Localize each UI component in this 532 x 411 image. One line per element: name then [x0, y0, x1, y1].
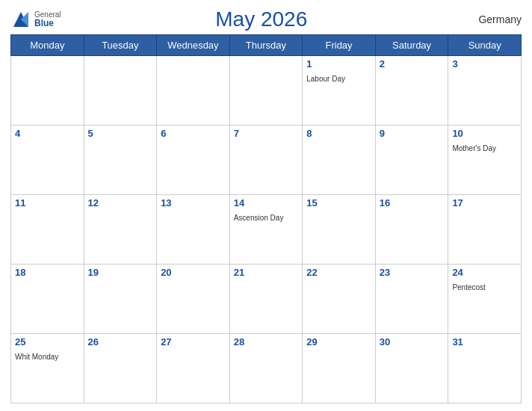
header-sunday: Sunday — [448, 35, 522, 56]
calendar-week-row: 1Labour Day23 — [11, 56, 522, 126]
day-number: 10 — [452, 128, 517, 139]
day-number: 5 — [88, 128, 153, 139]
day-number: 18 — [15, 267, 80, 278]
header-saturday: Saturday — [375, 35, 448, 56]
day-number: 16 — [380, 197, 445, 208]
calendar-title: May 2026 — [61, 7, 462, 31]
day-number: 19 — [88, 267, 153, 278]
day-number: 2 — [380, 58, 445, 69]
day-number: 25 — [15, 336, 80, 347]
calendar-cell: 29 — [303, 334, 376, 404]
day-number: 7 — [234, 128, 299, 139]
day-number: 1 — [306, 58, 371, 69]
day-number: 28 — [234, 336, 299, 347]
day-number: 3 — [452, 58, 517, 69]
calendar-cell: 14Ascension Day — [229, 195, 303, 265]
calendar-cell: 30 — [375, 334, 448, 404]
header-thursday: Thursday — [229, 35, 303, 56]
calendar-cell: 2 — [375, 56, 448, 126]
day-number: 14 — [234, 197, 299, 208]
day-number: 20 — [161, 267, 226, 278]
calendar-cell: 31 — [448, 334, 522, 404]
day-number: 24 — [452, 267, 517, 278]
calendar-week-row: 11121314Ascension Day151617 — [11, 195, 522, 265]
day-number: 8 — [306, 128, 371, 139]
calendar-cell — [157, 56, 230, 126]
holiday-label: Labour Day — [306, 75, 345, 83]
calendar-week-row: 18192021222324Pentecost — [11, 265, 522, 334]
day-number: 9 — [380, 128, 445, 139]
calendar-cell: 15 — [303, 195, 376, 265]
header-wednesday: Wednesday — [157, 35, 230, 56]
calendar-cell: 28 — [229, 334, 303, 404]
day-number: 17 — [452, 197, 517, 208]
calendar-cell: 11 — [11, 195, 84, 265]
logo-blue-label: Blue — [34, 19, 61, 28]
day-number: 11 — [15, 197, 80, 208]
calendar-cell: 24Pentecost — [448, 265, 522, 334]
day-number: 15 — [306, 197, 371, 208]
holiday-label: Pentecost — [452, 283, 485, 291]
day-number: 27 — [161, 336, 226, 347]
calendar-cell: 5 — [84, 126, 157, 195]
calendar-cell: 19 — [84, 265, 157, 334]
calendar-cell: 18 — [11, 265, 84, 334]
day-number: 22 — [306, 267, 371, 278]
calendar-cell: 26 — [84, 334, 157, 404]
country-label: Germany — [462, 13, 522, 25]
day-number: 13 — [161, 197, 226, 208]
calendar-cell: 21 — [229, 265, 303, 334]
calendar-cell: 4 — [11, 126, 84, 195]
calendar-cell: 25Whit Monday — [11, 334, 84, 404]
page: General Blue May 2026 Germany Monday Tue… — [0, 0, 532, 411]
calendar-cell: 10Mother's Day — [448, 126, 522, 195]
header-monday: Monday — [11, 35, 84, 56]
calendar-week-row: 25Whit Monday262728293031 — [11, 334, 522, 404]
calendar-cell: 1Labour Day — [303, 56, 376, 126]
calendar-cell: 3 — [448, 56, 522, 126]
calendar-cell — [229, 56, 303, 126]
day-number: 12 — [88, 197, 153, 208]
day-number: 6 — [161, 128, 226, 139]
day-number: 30 — [380, 336, 445, 347]
calendar-table: Monday Tuesday Wednesday Thursday Friday… — [10, 34, 522, 404]
day-number: 26 — [88, 336, 153, 347]
calendar-cell: 6 — [157, 126, 230, 195]
day-number: 4 — [15, 128, 80, 139]
header-friday: Friday — [303, 35, 376, 56]
logo-icon — [10, 9, 31, 30]
logo: General Blue — [10, 9, 61, 30]
calendar-cell: 27 — [157, 334, 230, 404]
day-number: 29 — [306, 336, 371, 347]
calendar-cell: 12 — [84, 195, 157, 265]
holiday-label: Mother's Day — [452, 144, 496, 152]
day-number: 21 — [234, 267, 299, 278]
day-number: 31 — [452, 336, 517, 347]
weekday-header-row: Monday Tuesday Wednesday Thursday Friday… — [11, 35, 522, 56]
top-bar: General Blue May 2026 Germany — [10, 7, 522, 31]
calendar-cell — [84, 56, 157, 126]
calendar-cell: 9 — [375, 126, 448, 195]
header-tuesday: Tuesday — [84, 35, 157, 56]
calendar-cell: 22 — [303, 265, 376, 334]
calendar-week-row: 45678910Mother's Day — [11, 126, 522, 195]
day-number: 23 — [380, 267, 445, 278]
calendar-cell: 20 — [157, 265, 230, 334]
calendar-cell: 7 — [229, 126, 303, 195]
logo-text: General Blue — [34, 10, 61, 28]
calendar-cell: 23 — [375, 265, 448, 334]
calendar-cell: 16 — [375, 195, 448, 265]
calendar-cell — [11, 56, 84, 126]
calendar-cell: 8 — [303, 126, 376, 195]
holiday-label: Ascension Day — [234, 214, 284, 222]
holiday-label: Whit Monday — [15, 353, 58, 361]
calendar-cell: 13 — [157, 195, 230, 265]
calendar-cell: 17 — [448, 195, 522, 265]
